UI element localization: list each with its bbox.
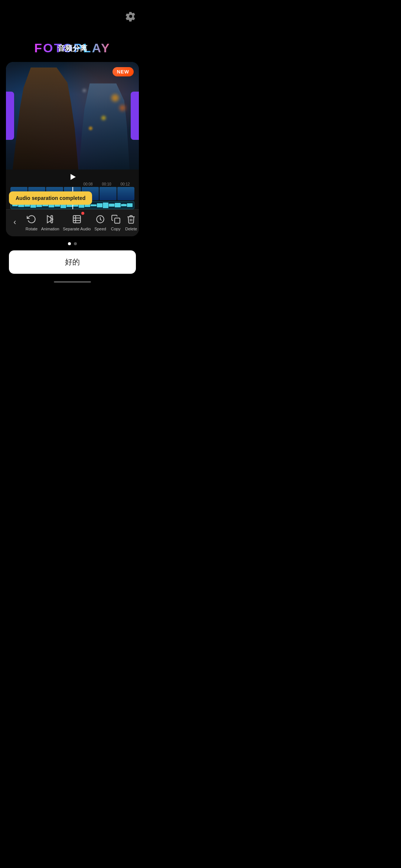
timeline-handle-left[interactable] <box>6 92 14 140</box>
tool-separate-audio[interactable]: Separate Audio <box>63 213 91 231</box>
pagination-dot-1[interactable] <box>74 242 77 245</box>
rotate-icon <box>26 213 38 225</box>
delete-label: Delete <box>125 227 137 231</box>
pagination-dot-0[interactable] <box>68 242 71 245</box>
play-button[interactable] <box>69 174 76 180</box>
tool-speed[interactable]: Speed <box>94 213 106 231</box>
timeline-track-container: Audio separation completed <box>6 187 139 209</box>
tool-dot <box>81 212 84 215</box>
settings-icon[interactable] <box>125 11 136 22</box>
toast-notification: Audio separation completed <box>9 191 92 205</box>
timeline-area: 00:08 00:10 00:12 Audio separation compl… <box>6 170 139 236</box>
audio-track-label: ♪ Separate Audio 01 <box>101 203 131 207</box>
main-card: NEW 00:08 00:10 00:12 <box>6 62 139 236</box>
ok-button[interactable]: 好的 <box>9 250 136 274</box>
timeline-timestamps: 00:08 00:10 00:12 <box>6 182 139 186</box>
speed-label: Speed <box>94 227 106 231</box>
separate-audio-label: Separate Audio <box>63 227 91 231</box>
svg-rect-7 <box>114 218 120 223</box>
tool-copy[interactable]: Copy <box>110 213 122 231</box>
timestamp-1: 00:08 <box>79 182 97 186</box>
separate-audio-icon <box>71 213 83 225</box>
animation-icon <box>44 213 56 225</box>
timeline-handle-right[interactable] <box>131 92 139 140</box>
toolbar: ‹ Rotate <box>6 209 139 236</box>
timestamp-3: 00:12 <box>116 182 134 186</box>
feature-title: 音频分离 <box>58 43 87 53</box>
tool-delete[interactable]: Delete <box>125 213 137 231</box>
video-preview <box>6 62 139 170</box>
video-scene <box>6 62 139 170</box>
new-badge: NEW <box>113 67 134 76</box>
timeline-thumb-6 <box>100 187 117 200</box>
play-button-row <box>6 172 139 182</box>
pagination-dots <box>0 236 145 250</box>
animation-label: Animation <box>41 227 59 231</box>
copy-label: Copy <box>111 227 121 231</box>
rotate-label: Rotate <box>26 227 38 231</box>
delete-icon <box>125 213 137 225</box>
back-arrow-icon: ‹ <box>13 217 16 227</box>
speed-icon <box>94 213 106 225</box>
waveform-bar <box>91 204 96 206</box>
bottom-indicator <box>0 274 145 287</box>
title-wrapper: FOTOPLAY 音频分离 <box>34 41 110 55</box>
tool-animation[interactable]: Animation <box>41 213 59 231</box>
toolbar-tools: Rotate Animation <box>24 213 139 231</box>
svg-rect-2 <box>73 216 81 223</box>
svg-rect-1 <box>51 216 52 223</box>
home-indicator <box>54 281 91 283</box>
timestamp-2: 00:10 <box>97 182 116 186</box>
title-section: FOTOPLAY 音频分离 <box>0 0 145 57</box>
tool-rotate[interactable]: Rotate <box>26 213 38 231</box>
svg-marker-0 <box>48 216 53 223</box>
copy-icon <box>110 213 122 225</box>
back-button[interactable]: ‹ <box>6 217 24 227</box>
timeline-thumb-7 <box>117 187 134 200</box>
